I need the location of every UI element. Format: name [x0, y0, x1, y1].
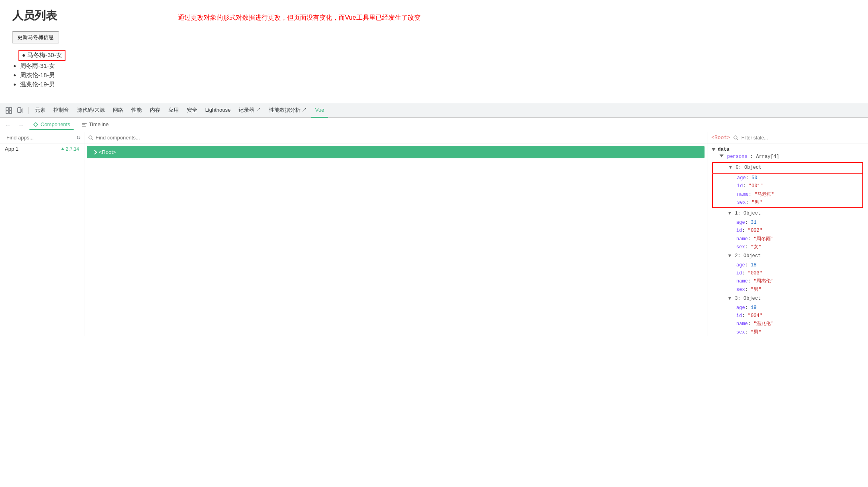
person-list-item: 周杰伦-18-男: [20, 72, 65, 79]
obj-2-label: 2: Object: [735, 253, 761, 259]
obj-1-props: age: 31 id: "002" name: "周冬雨" sex: "女": [712, 218, 863, 252]
tab-timeline-label: Timeline: [89, 121, 109, 127]
vue-logo-icon: [61, 147, 65, 151]
state-root-label[interactable]: <Root>: [711, 135, 730, 141]
devtools-tabbar: 元素控制台源代码/来源网络性能内存应用安全Lighthouse记录器 ↗性能数据…: [0, 103, 868, 118]
obj-3-props: age: 19 id: "004" name: "温兆伦" sex: "男": [712, 303, 863, 336]
person-list: 马冬梅-30-女周冬雨-31-女周杰伦-18-男温兆伦-19-男: [12, 50, 65, 88]
obj-0-label: 0: Object: [735, 165, 762, 170]
app-version: 2.7.14: [61, 146, 79, 152]
root-component-item[interactable]: <Root>: [87, 146, 705, 158]
devtools: 元素控制台源代码/来源网络性能内存应用安全Lighthouse记录器 ↗性能数据…: [0, 103, 868, 336]
vue-toolbar: ← → Components Timeline: [0, 118, 868, 132]
state-persons: persons : Array[4]: [712, 152, 863, 161]
devtools-tab-源代码/来源[interactable]: 源代码/来源: [73, 103, 109, 118]
obj-2-header: ▼ 2: Object: [712, 252, 863, 260]
devtools-tab-vue[interactable]: Vue: [311, 103, 329, 118]
collapse-2[interactable]: ▼: [728, 252, 731, 260]
collapse-0[interactable]: ▼: [729, 164, 732, 172]
persons-key: persons: [727, 154, 747, 160]
inspect-icon[interactable]: [3, 105, 14, 116]
tree-search-icon: [88, 135, 93, 140]
svg-line-14: [737, 139, 738, 140]
tab-separator: [28, 107, 29, 114]
persons-type: Array[4]: [756, 154, 779, 160]
root-component-label: <Root>: [99, 149, 116, 155]
svg-rect-8: [82, 126, 86, 127]
devtools-tab-性能数据分析_↗[interactable]: 性能数据分析 ↗: [265, 103, 311, 118]
page-title: 人员列表: [12, 8, 856, 23]
refresh-icon[interactable]: ↻: [76, 135, 81, 141]
svg-rect-2: [6, 111, 8, 113]
devtools-tab-list: 元素控制台源代码/来源网络性能内存应用安全Lighthouse记录器 ↗性能数据…: [31, 103, 328, 118]
find-apps-input[interactable]: [6, 135, 74, 141]
app-name: App 1: [5, 146, 18, 152]
find-components-bar: [84, 132, 707, 143]
person-list-item: 温兆伦-19-男: [20, 81, 65, 88]
persons-colon: :: [750, 154, 756, 160]
tab-components[interactable]: Components: [29, 120, 74, 130]
svg-rect-1: [9, 108, 12, 110]
obj-0-props: age: 50 id: "001" name: "马老师" sex: "男": [712, 173, 863, 209]
update-button[interactable]: 更新马冬梅信息: [12, 31, 59, 43]
obj-2-props: age: 18 id: "003" name: "周杰伦" sex: "男": [712, 261, 863, 295]
svg-rect-6: [82, 123, 87, 124]
tab-timeline[interactable]: Timeline: [78, 120, 113, 130]
state-header: <Root>: [707, 132, 868, 143]
devtools-tab-性能[interactable]: 性能: [127, 103, 146, 118]
vue-state-panel: <Root> data: [707, 132, 868, 336]
collapse-3[interactable]: ▼: [728, 295, 731, 303]
collapse-1[interactable]: ▼: [728, 209, 731, 217]
filter-state-input[interactable]: [741, 135, 864, 141]
obj-1-header: ▼ 1: Object: [712, 209, 863, 218]
vue-component-tree: <Root>: [84, 132, 707, 336]
svg-rect-3: [9, 111, 12, 113]
notice-text: 通过更改对象的形式对数据进行更改，但页面没有变化，而Vue工具里已经发生了改变: [178, 14, 421, 22]
obj-1-label: 1: Object: [735, 211, 761, 216]
obj-0-header: ▼ 0: Object: [712, 162, 863, 173]
app-version-label: 2.7.14: [66, 146, 79, 152]
svg-line-12: [92, 139, 93, 140]
person-list-item: 周冬雨-31-女: [20, 62, 65, 70]
devtools-tab-lighthouse[interactable]: Lighthouse: [201, 103, 235, 118]
find-apps-bar: ↻: [0, 132, 84, 143]
back-button[interactable]: ←: [3, 120, 13, 130]
state-search-icon: [733, 135, 738, 140]
devtools-tab-内存[interactable]: 内存: [146, 103, 164, 118]
device-icon[interactable]: [14, 105, 26, 116]
svg-point-13: [734, 136, 737, 139]
devtools-tab-安全[interactable]: 安全: [183, 103, 201, 118]
vue-main: ↻ App 1 2.7.14: [0, 132, 868, 336]
collapse-arrow: [92, 150, 97, 154]
app-list-item[interactable]: App 1 2.7.14: [0, 143, 84, 154]
state-object-0: ▼ 0: Object age: 50 id: "001" name: "马老师…: [712, 162, 863, 208]
vue-sidebar: ↻ App 1 2.7.14: [0, 132, 84, 336]
devtools-tab-控制台[interactable]: 控制台: [49, 103, 73, 118]
state-tree: data persons : Array[4] ▼: [707, 143, 868, 336]
page-content: 人员列表 更新马冬梅信息 马冬梅-30-女周冬雨-31-女周杰伦-18-男温兆伦…: [0, 0, 868, 103]
devtools-tab-网络[interactable]: 网络: [109, 103, 127, 118]
tri-arrow-data: [712, 148, 716, 151]
obj-3-label: 3: Object: [735, 296, 761, 301]
obj-3-header: ▼ 3: Object: [712, 294, 863, 303]
svg-point-11: [89, 136, 92, 139]
forward-button[interactable]: →: [16, 120, 26, 130]
svg-rect-5: [22, 109, 23, 112]
tri-arrow-persons: [720, 155, 724, 158]
svg-rect-0: [6, 108, 8, 110]
devtools-tab-元素[interactable]: 元素: [31, 103, 49, 118]
state-section-data: data persons : Array[4] ▼: [712, 147, 863, 336]
devtools-tab-应用[interactable]: 应用: [164, 103, 183, 118]
devtools-tab-记录器_↗[interactable]: 记录器 ↗: [235, 103, 265, 118]
svg-rect-4: [18, 108, 21, 113]
state-data-key[interactable]: data: [712, 147, 863, 152]
svg-rect-7: [82, 124, 85, 125]
tab-components-label: Components: [41, 121, 70, 127]
person-list-item: 马冬梅-30-女: [18, 50, 65, 61]
data-label: data: [718, 147, 729, 152]
vue-panel: ← → Components Timeline: [0, 118, 868, 336]
find-components-input[interactable]: [96, 135, 703, 141]
